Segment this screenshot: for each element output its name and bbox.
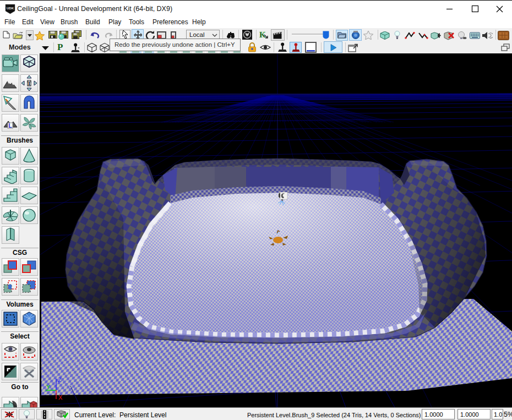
svg-text:Y: Y	[46, 384, 51, 390]
svg-text:Z: Z	[58, 377, 62, 383]
svg-text:X: X	[58, 394, 63, 401]
svg-text:T: T	[27, 80, 31, 86]
svg-text:K: K	[259, 30, 266, 39]
svg-text:UDK: UDK	[7, 7, 14, 10]
svg-text:L: L	[8, 123, 12, 129]
